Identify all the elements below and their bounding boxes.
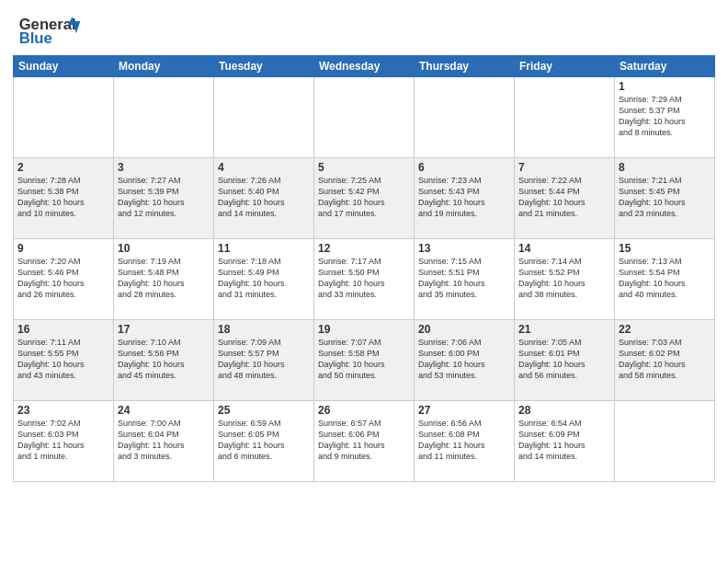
day-cell: 11Sunrise: 7:18 AM Sunset: 5:49 PM Dayli… — [214, 239, 314, 320]
weekday-header-saturday: Saturday — [615, 56, 715, 77]
day-info: Sunrise: 7:06 AM Sunset: 6:00 PM Dayligh… — [418, 337, 510, 382]
day-info: Sunrise: 7:11 AM Sunset: 5:55 PM Dayligh… — [17, 337, 109, 382]
day-number: 18 — [218, 323, 310, 336]
week-row-5: 23Sunrise: 7:02 AM Sunset: 6:03 PM Dayli… — [14, 401, 715, 482]
day-cell: 6Sunrise: 7:23 AM Sunset: 5:43 PM Daylig… — [415, 158, 515, 239]
day-cell: 4Sunrise: 7:26 AM Sunset: 5:40 PM Daylig… — [214, 158, 314, 239]
day-info: Sunrise: 7:02 AM Sunset: 6:03 PM Dayligh… — [17, 418, 109, 463]
page: General Blue SundayMondayTuesdayWednesda… — [0, 0, 728, 563]
header: General Blue — [13, 9, 715, 50]
day-cell: 15Sunrise: 7:13 AM Sunset: 5:54 PM Dayli… — [615, 239, 715, 320]
day-cell: 21Sunrise: 7:05 AM Sunset: 6:01 PM Dayli… — [515, 320, 615, 401]
day-info: Sunrise: 7:26 AM Sunset: 5:40 PM Dayligh… — [218, 175, 310, 220]
day-number: 20 — [418, 323, 510, 336]
day-cell: 26Sunrise: 6:57 AM Sunset: 6:06 PM Dayli… — [314, 401, 415, 482]
day-number: 22 — [619, 323, 711, 336]
day-info: Sunrise: 6:59 AM Sunset: 6:05 PM Dayligh… — [218, 418, 310, 463]
day-number: 3 — [118, 161, 210, 174]
day-cell: 7Sunrise: 7:22 AM Sunset: 5:44 PM Daylig… — [515, 158, 615, 239]
day-info: Sunrise: 7:27 AM Sunset: 5:39 PM Dayligh… — [118, 175, 210, 220]
day-cell: 14Sunrise: 7:14 AM Sunset: 5:52 PM Dayli… — [515, 239, 615, 320]
week-row-3: 9Sunrise: 7:20 AM Sunset: 5:46 PM Daylig… — [14, 239, 715, 320]
day-number: 23 — [17, 404, 109, 417]
day-number: 28 — [518, 404, 610, 417]
day-info: Sunrise: 7:03 AM Sunset: 6:02 PM Dayligh… — [619, 337, 711, 382]
weekday-header-sunday: Sunday — [14, 56, 114, 77]
day-info: Sunrise: 6:54 AM Sunset: 6:09 PM Dayligh… — [518, 418, 610, 463]
day-cell: 9Sunrise: 7:20 AM Sunset: 5:46 PM Daylig… — [14, 239, 114, 320]
day-info: Sunrise: 7:00 AM Sunset: 6:04 PM Dayligh… — [118, 418, 210, 463]
day-info: Sunrise: 7:17 AM Sunset: 5:50 PM Dayligh… — [318, 256, 410, 301]
svg-text:Blue: Blue — [19, 29, 52, 47]
weekday-header-thursday: Thursday — [415, 56, 515, 77]
logo: General Blue — [13, 13, 86, 50]
day-cell: 17Sunrise: 7:10 AM Sunset: 5:56 PM Dayli… — [114, 320, 214, 401]
day-number: 24 — [118, 404, 210, 417]
day-cell: 13Sunrise: 7:15 AM Sunset: 5:51 PM Dayli… — [415, 239, 515, 320]
weekday-header-tuesday: Tuesday — [214, 56, 314, 77]
day-number: 12 — [318, 242, 410, 255]
weekday-header-wednesday: Wednesday — [314, 56, 415, 77]
week-row-2: 2Sunrise: 7:28 AM Sunset: 5:38 PM Daylig… — [14, 158, 715, 239]
day-info: Sunrise: 7:14 AM Sunset: 5:52 PM Dayligh… — [518, 256, 610, 301]
day-cell: 19Sunrise: 7:07 AM Sunset: 5:58 PM Dayli… — [314, 320, 415, 401]
day-number: 5 — [318, 161, 410, 174]
day-cell — [515, 77, 615, 158]
day-number: 9 — [17, 242, 109, 255]
day-cell: 12Sunrise: 7:17 AM Sunset: 5:50 PM Dayli… — [314, 239, 415, 320]
day-cell: 25Sunrise: 6:59 AM Sunset: 6:05 PM Dayli… — [214, 401, 314, 482]
day-cell — [114, 77, 214, 158]
day-cell: 16Sunrise: 7:11 AM Sunset: 5:55 PM Dayli… — [14, 320, 114, 401]
day-cell — [314, 77, 415, 158]
week-row-1: 1Sunrise: 7:29 AM Sunset: 5:37 PM Daylig… — [14, 77, 715, 158]
day-info: Sunrise: 7:10 AM Sunset: 5:56 PM Dayligh… — [118, 337, 210, 382]
day-info: Sunrise: 7:19 AM Sunset: 5:48 PM Dayligh… — [118, 256, 210, 301]
day-number: 27 — [418, 404, 510, 417]
day-info: Sunrise: 7:21 AM Sunset: 5:45 PM Dayligh… — [619, 175, 711, 220]
day-info: Sunrise: 7:23 AM Sunset: 5:43 PM Dayligh… — [418, 175, 510, 220]
day-number: 19 — [318, 323, 410, 336]
day-cell: 8Sunrise: 7:21 AM Sunset: 5:45 PM Daylig… — [615, 158, 715, 239]
day-info: Sunrise: 7:15 AM Sunset: 5:51 PM Dayligh… — [418, 256, 510, 301]
day-info: Sunrise: 7:22 AM Sunset: 5:44 PM Dayligh… — [518, 175, 610, 220]
day-number: 11 — [218, 242, 310, 255]
calendar: SundayMondayTuesdayWednesdayThursdayFrid… — [13, 55, 715, 482]
day-cell — [214, 77, 314, 158]
weekday-header-friday: Friday — [515, 56, 615, 77]
day-cell: 10Sunrise: 7:19 AM Sunset: 5:48 PM Dayli… — [114, 239, 214, 320]
day-cell — [615, 401, 715, 482]
day-number: 4 — [218, 161, 310, 174]
day-number: 26 — [318, 404, 410, 417]
day-cell: 27Sunrise: 6:56 AM Sunset: 6:08 PM Dayli… — [415, 401, 515, 482]
day-info: Sunrise: 7:20 AM Sunset: 5:46 PM Dayligh… — [17, 256, 109, 301]
day-info: Sunrise: 7:07 AM Sunset: 5:58 PM Dayligh… — [318, 337, 410, 382]
weekday-header-monday: Monday — [114, 56, 214, 77]
day-number: 14 — [518, 242, 610, 255]
day-info: Sunrise: 7:05 AM Sunset: 6:01 PM Dayligh… — [518, 337, 610, 382]
day-cell: 23Sunrise: 7:02 AM Sunset: 6:03 PM Dayli… — [14, 401, 114, 482]
day-cell: 2Sunrise: 7:28 AM Sunset: 5:38 PM Daylig… — [14, 158, 114, 239]
day-number: 16 — [17, 323, 109, 336]
day-number: 25 — [218, 404, 310, 417]
day-info: Sunrise: 7:25 AM Sunset: 5:42 PM Dayligh… — [318, 175, 410, 220]
day-info: Sunrise: 7:09 AM Sunset: 5:57 PM Dayligh… — [218, 337, 310, 382]
day-cell: 3Sunrise: 7:27 AM Sunset: 5:39 PM Daylig… — [114, 158, 214, 239]
day-cell — [14, 77, 114, 158]
day-number: 13 — [418, 242, 510, 255]
day-info: Sunrise: 7:18 AM Sunset: 5:49 PM Dayligh… — [218, 256, 310, 301]
day-info: Sunrise: 6:56 AM Sunset: 6:08 PM Dayligh… — [418, 418, 510, 463]
day-cell: 5Sunrise: 7:25 AM Sunset: 5:42 PM Daylig… — [314, 158, 415, 239]
day-number: 17 — [118, 323, 210, 336]
day-info: Sunrise: 7:13 AM Sunset: 5:54 PM Dayligh… — [619, 256, 711, 301]
day-cell: 28Sunrise: 6:54 AM Sunset: 6:09 PM Dayli… — [515, 401, 615, 482]
day-number: 6 — [418, 161, 510, 174]
weekday-header-row: SundayMondayTuesdayWednesdayThursdayFrid… — [14, 56, 715, 77]
day-cell: 20Sunrise: 7:06 AM Sunset: 6:00 PM Dayli… — [415, 320, 515, 401]
day-number: 21 — [518, 323, 610, 336]
day-number: 2 — [17, 161, 109, 174]
logo-icon: General Blue — [13, 13, 86, 50]
day-number: 15 — [619, 242, 711, 255]
day-cell: 18Sunrise: 7:09 AM Sunset: 5:57 PM Dayli… — [214, 320, 314, 401]
day-cell: 22Sunrise: 7:03 AM Sunset: 6:02 PM Dayli… — [615, 320, 715, 401]
day-cell — [415, 77, 515, 158]
